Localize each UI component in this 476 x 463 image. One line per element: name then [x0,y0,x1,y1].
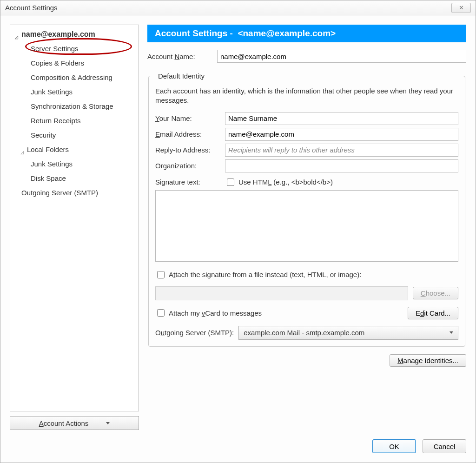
email-row: Email Address: [155,128,458,141]
attach-vcard-check[interactable]: Attach my vCard to messages [155,308,262,318]
org-row: Organization: [155,159,458,172]
use-html-label: Use HTML (e.g., <b>bold</b>) [238,178,333,186]
signature-file-path [155,286,408,300]
use-html-check[interactable]: Use HTML (e.g., <b>bold</b>) [225,177,333,187]
attach-vcard-label: Attach my vCard to messages [169,309,262,317]
ok-button[interactable]: OK [372,439,416,453]
reply-row: Reply-to Address: [155,144,458,157]
email-input[interactable] [225,128,458,141]
chevron-down-icon [450,331,453,334]
attach-file-label: Attach the signature from a file instead… [169,271,361,278]
use-html-checkbox[interactable] [227,179,234,186]
smtp-value: example.com Mail - smtp.example.com [244,329,364,337]
titlebar: Account Settings ✕ [0,0,476,15]
tree-item-server-settings[interactable]: Server Settings [10,41,139,56]
reply-input[interactable] [225,144,458,157]
tree-item-smtp[interactable]: Outgoing Server (SMTP) [10,185,139,200]
tree-item-junk[interactable]: Junk Settings [10,85,139,99]
account-actions-label: Account Actions [39,419,89,427]
tree-item-disk-space[interactable]: Disk Space [10,171,139,185]
default-identity-group: Default Identity Each account has an ide… [148,72,465,347]
expand-icon [20,147,25,152]
your-name-row: Your Name: [155,112,458,125]
banner-prefix: Account Settings - [155,28,235,38]
reply-label: Reply-to Address: [155,146,225,154]
signature-label: Signature text: [155,178,225,186]
cancel-button[interactable]: Cancel [423,439,466,453]
identity-legend: Default Identity [155,72,207,80]
account-settings-window: Account Settings ✕ name@example.com Serv… [0,0,476,463]
content-area: name@example.com Server Settings Copies … [0,15,476,435]
banner-email: <name@example.com> [238,28,336,38]
tree-item-security[interactable]: Security [10,128,139,142]
org-input[interactable] [225,159,458,172]
account-name-input[interactable] [217,50,466,63]
smtp-label: Outgoing Server (SMTP): [155,329,234,337]
your-name-input[interactable] [225,112,458,125]
signature-header: Signature text: Use HTML (e.g., <b>bold<… [155,177,458,187]
settings-banner: Account Settings - <name@example.com> [147,25,466,42]
window-title: Account Settings [5,4,451,12]
identity-help: Each account has an identity, which is t… [155,86,458,106]
manage-identities-row: Manage Identities... [147,354,466,367]
org-label: Organization: [155,162,225,170]
signature-textarea[interactable] [155,190,458,262]
dialog-footer: OK Cancel [0,435,476,463]
tree-local-folders[interactable]: Local Folders [10,142,139,157]
tree-item-composition[interactable]: Composition & Addressing [10,70,139,85]
main-panel: Account Settings - <name@example.com> Ac… [147,25,466,430]
your-name-label: Your Name: [155,114,225,122]
choose-button[interactable]: Choose... [413,287,458,299]
attach-file-checkbox[interactable] [157,271,165,278]
tree-item-copies-folders[interactable]: Copies & Folders [10,56,139,70]
manage-identities-button[interactable]: Manage Identities... [390,354,466,367]
chevron-down-icon [106,422,110,424]
outgoing-server-row: Outgoing Server (SMTP): example.com Mail… [155,326,458,340]
close-button[interactable]: ✕ [451,3,471,13]
close-icon: ✕ [459,4,464,11]
account-name-label: Account Name: [147,53,217,60]
tree-account-label: name@example.com [21,30,95,39]
tree-item-sync[interactable]: Synchronization & Storage [10,99,139,113]
account-actions-button[interactable]: Account Actions [10,416,139,430]
email-label: Email Address: [155,130,225,138]
smtp-select[interactable]: example.com Mail - smtp.example.com [238,326,458,340]
tree-item-receipts[interactable]: Return Receipts [10,113,139,128]
expand-icon [15,32,20,37]
account-name-row: Account Name: [147,50,466,63]
vcard-row: Attach my vCard to messages Edit Card... [155,307,458,319]
tree-account-root[interactable]: name@example.com [10,27,139,41]
sidebar: name@example.com Server Settings Copies … [10,25,139,430]
attach-file-row: Choose... [155,286,458,300]
account-tree[interactable]: name@example.com Server Settings Copies … [10,25,139,411]
attach-file-check[interactable]: Attach the signature from a file instead… [155,270,458,280]
attach-vcard-checkbox[interactable] [157,309,165,317]
tree-item-local-junk[interactable]: Junk Settings [10,157,139,171]
edit-card-button[interactable]: Edit Card... [408,307,458,319]
